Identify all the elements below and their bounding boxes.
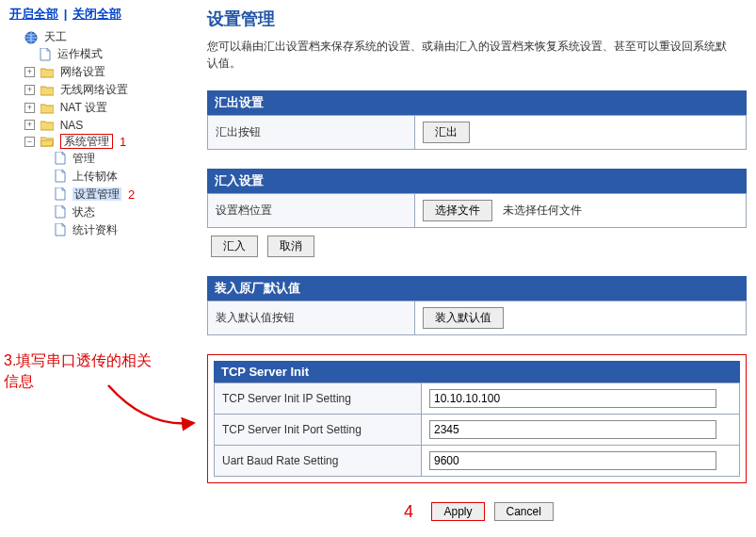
folder-icon — [40, 103, 54, 114]
page-icon — [55, 152, 66, 165]
tcp-ip-input[interactable] — [429, 389, 716, 408]
tcp-baud-label: Uart Baud Rate Setting — [215, 446, 422, 477]
page-icon — [40, 48, 51, 61]
tcp-heading: TCP Server Init — [214, 361, 740, 382]
tcp-panel: TCP Server Init TCP Server Init IP Setti… — [214, 361, 740, 477]
tree-root[interactable]: 天工 — [44, 30, 67, 43]
separator: | — [64, 7, 68, 21]
tree-controls: 开启全部 | 关闭全部 — [9, 6, 179, 23]
annotation-4: 4 — [404, 502, 413, 521]
expand-toggle[interactable]: + — [24, 103, 35, 113]
folder-icon — [40, 120, 54, 131]
tcp-port-label: TCP Server Init Port Setting — [215, 415, 422, 446]
tree-stats[interactable]: 统计资料 — [72, 223, 118, 236]
nav-tree: 天工 运作模式 + 网络设置 + — [9, 28, 179, 241]
tree-upload-fw[interactable]: 上传韧体 — [72, 170, 118, 183]
import-cancel-button[interactable]: 取消 — [267, 236, 314, 257]
load-defaults-button[interactable]: 装入默认值 — [423, 307, 504, 329]
annotation-3-text: 3.填写串口透传的相关信息 — [4, 350, 154, 391]
choose-file-button[interactable]: 选择文件 — [423, 200, 492, 221]
page-icon — [55, 170, 66, 183]
tree-status[interactable]: 状态 — [72, 205, 95, 219]
expand-toggle[interactable]: + — [24, 85, 35, 95]
apply-button[interactable]: Apply — [431, 502, 484, 521]
tcp-ip-label: TCP Server Init IP Setting — [215, 383, 422, 415]
cancel-button[interactable]: Cancel — [494, 502, 554, 521]
footer-buttons: 4 Apply Cancel — [207, 495, 747, 522]
close-all-link[interactable]: 关闭全部 — [72, 7, 121, 21]
tree-settings-mgmt[interactable]: 设置管理 — [72, 187, 121, 201]
tree-mgmt[interactable]: 管理 — [72, 152, 95, 165]
tcp-port-input[interactable] — [429, 420, 716, 439]
factory-heading: 装入原厂默认值 — [207, 276, 747, 301]
import-heading: 汇入设置 — [207, 169, 747, 193]
globe-icon — [24, 31, 38, 44]
folder-icon — [40, 85, 54, 96]
annotation-2: 2 — [128, 187, 135, 202]
export-button[interactable]: 汇出 — [423, 122, 470, 143]
page-icon — [55, 187, 66, 201]
page-icon — [55, 223, 66, 236]
export-label: 汇出按钮 — [208, 116, 415, 150]
expand-toggle[interactable]: + — [24, 67, 35, 77]
import-file-label: 设置档位置 — [208, 194, 415, 228]
tree-op-mode[interactable]: 运作模式 — [57, 47, 103, 60]
tree-wireless[interactable]: 无线网络设置 — [60, 83, 128, 96]
page-title: 设置管理 — [207, 8, 747, 30]
folder-open-icon — [40, 136, 54, 147]
expand-toggle[interactable]: + — [24, 120, 35, 130]
annotation-1: 1 — [120, 135, 126, 149]
tree-nas[interactable]: NAS — [60, 119, 84, 132]
open-all-link[interactable]: 开启全部 — [9, 7, 58, 21]
tree-sys-mgmt[interactable]: 系统管理 — [60, 134, 113, 149]
page-icon — [55, 205, 66, 219]
tcp-highlight-box: TCP Server Init TCP Server Init IP Setti… — [207, 354, 747, 483]
folder-icon — [40, 67, 54, 78]
import-button[interactable]: 汇入 — [211, 236, 258, 257]
collapse-toggle[interactable]: − — [24, 137, 35, 147]
factory-panel: 装入原厂默认值 装入默认值按钮 装入默认值 — [207, 276, 747, 335]
tcp-baud-input[interactable] — [429, 451, 716, 470]
import-panel: 汇入设置 设置档位置 选择文件 未选择任何文件 汇入 取消 — [207, 169, 747, 257]
page-description: 您可以藉由汇出设置档来保存系统的设置、或藉由汇入的设置档来恢复系统设置、甚至可以… — [207, 38, 734, 72]
tree-nat[interactable]: NAT 设置 — [60, 101, 107, 114]
export-panel: 汇出设置 汇出按钮 汇出 — [207, 90, 747, 150]
export-heading: 汇出设置 — [207, 90, 747, 115]
tree-net[interactable]: 网络设置 — [60, 65, 105, 78]
no-file-text: 未选择任何文件 — [503, 203, 582, 217]
factory-label: 装入默认值按钮 — [208, 301, 415, 335]
